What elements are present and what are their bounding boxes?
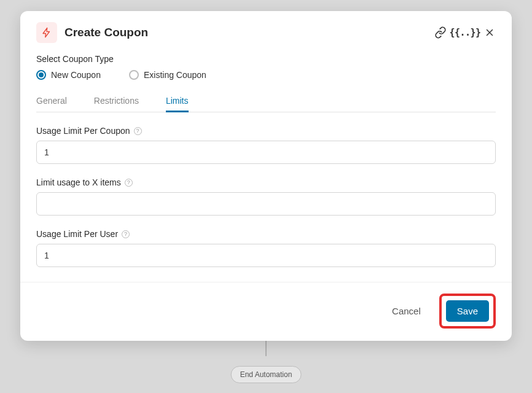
link-icon[interactable] [434,26,447,39]
help-icon[interactable]: ? [122,230,130,238]
cancel-button[interactable]: Cancel [382,300,431,322]
modal-body: Select Coupon Type New Coupon Existing C… [20,48,512,282]
field-label: Usage Limit Per User [36,229,118,239]
tab-restrictions[interactable]: Restrictions [94,91,139,112]
limit-x-items-input[interactable] [36,192,496,216]
tab-limits[interactable]: Limits [166,91,189,112]
save-button[interactable]: Save [446,300,489,322]
field-limit-x-items: Limit usage to X items ? [36,177,496,216]
coupon-type-radios: New Coupon Existing Coupon [36,70,496,80]
close-icon[interactable] [483,26,496,39]
create-coupon-modal: Create Coupon {{..}} Select Coupon Type … [20,11,512,341]
usage-limit-per-user-input[interactable] [36,244,496,267]
merge-tags-icon[interactable]: {{..}} [459,26,471,39]
coupon-icon-container [36,22,57,43]
radio-label: New Coupon [51,70,101,80]
coupon-type-label: Select Coupon Type [36,54,496,64]
tabs: General Restrictions Limits [36,91,496,112]
help-icon[interactable]: ? [125,179,133,187]
usage-limit-per-coupon-input[interactable] [36,141,496,164]
modal-title: Create Coupon [65,26,434,39]
radio-new-coupon[interactable]: New Coupon [36,70,101,80]
save-button-highlight: Save [439,294,496,329]
field-usage-limit-per-user: Usage Limit Per User ? [36,229,496,267]
help-icon[interactable]: ? [134,127,142,135]
radio-button-icon [36,70,46,80]
header-actions: {{..}} [434,26,496,39]
radio-existing-coupon[interactable]: Existing Coupon [129,70,206,80]
modal-footer: Cancel Save [20,282,512,341]
radio-button-icon [129,70,139,80]
bolt-icon [41,27,52,38]
tab-general[interactable]: General [36,91,67,112]
field-label: Usage Limit Per Coupon [36,126,130,136]
end-automation-pill[interactable]: End Automation [231,366,302,383]
radio-label: Existing Coupon [144,70,206,80]
modal-header: Create Coupon {{..}} [20,11,512,48]
field-usage-limit-per-coupon: Usage Limit Per Coupon ? [36,126,496,164]
field-label: Limit usage to X items [36,177,121,187]
